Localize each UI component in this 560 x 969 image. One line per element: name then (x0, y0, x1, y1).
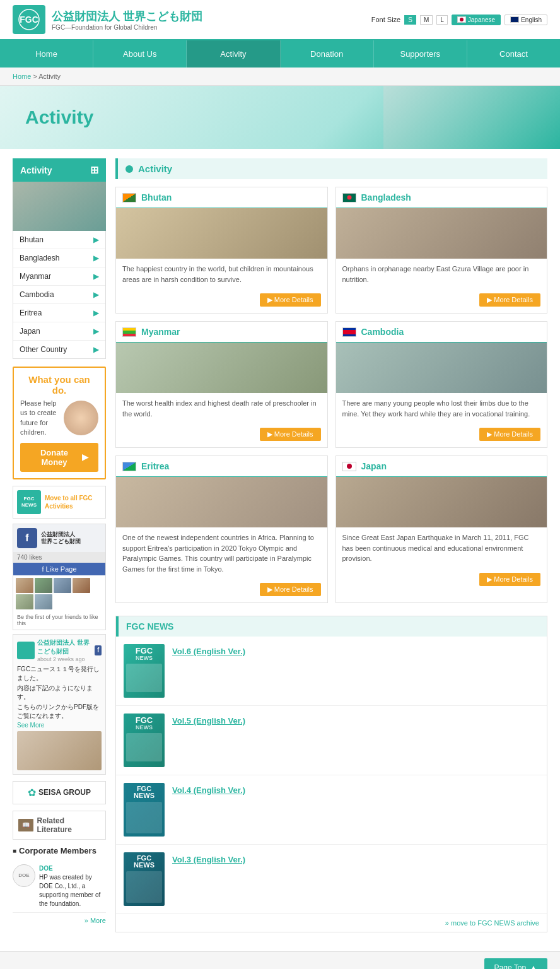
section-dot (125, 165, 133, 173)
card-header-cambodia: Cambodia (336, 322, 547, 343)
flag-jp-icon (457, 16, 466, 23)
main-nav: Home About Us Activity Donation Supporte… (0, 40, 560, 68)
activity-card-cambodia: Cambodia There are many young people who… (335, 321, 548, 448)
sidebar-item-myanmar[interactable]: Myanmar ▶ (13, 267, 105, 286)
fb-post-image (17, 731, 102, 770)
sidebar-item-bhutan[interactable]: Bhutan ▶ (13, 231, 105, 249)
sidebar-item-cambodia[interactable]: Cambodia ▶ (13, 286, 105, 304)
main-content: Activity Bhutan The happiest country in … (115, 158, 547, 942)
font-size-label: Font Size (371, 16, 400, 23)
archive-link[interactable]: » move to FGC NEWS archive (116, 914, 547, 932)
donate-money-button[interactable]: Donate Money ▶ (20, 443, 98, 472)
nav-contact[interactable]: Contact (467, 40, 560, 68)
japan-card-image (336, 477, 547, 527)
facebook-post: 公益財団法人 世界こども財団 about 2 weeks ago f FGCニュ… (13, 634, 106, 775)
activity-card-myanmar: Myanmar The worst health index and highe… (115, 321, 328, 448)
sidebar-item-othercountry[interactable]: Other Country ▶ (13, 341, 105, 358)
arrow-right-icon: ▶ (82, 452, 88, 462)
logo-icon: FGC (13, 5, 45, 34)
breadcrumb-current: Activity (38, 73, 61, 80)
arrow-icon: ▶ (93, 345, 99, 354)
page-top-label: Page Top (494, 963, 527, 969)
cambodia-card-image (336, 343, 547, 393)
card-header-japan: Japan (336, 456, 547, 477)
japan-card-text: Since Great East Japan Earthquake in Mar… (336, 527, 547, 569)
news-cover-vol6: FGC NEWS (124, 644, 165, 698)
nav-supporters[interactable]: Supporters (374, 40, 467, 68)
news-vol3-title[interactable]: Vol.3 (English Ver.) (172, 852, 245, 864)
sidebar-item-eritrea[interactable]: Eritrea ▶ (13, 304, 105, 322)
fgc-news-header: FGC NEWS (116, 616, 547, 637)
fb-like-page-button[interactable]: f Like Page (13, 563, 105, 575)
fb-post-text1: FGCニュース１１号を発行しました。 (17, 665, 102, 683)
sidebar: Activity ⊞ Bhutan ▶ Bangladesh ▶ Myanmar… (13, 158, 106, 942)
japanese-lang-button[interactable]: Japanese (452, 15, 501, 25)
fb-org-name: 公益財団法人世界こども財団 (41, 531, 81, 545)
eritrea-title: Eritrea (141, 461, 169, 471)
bhutan-more-button[interactable]: ▶ More Details (260, 293, 321, 307)
english-lang-button[interactable]: English (505, 15, 547, 25)
what-child-image (64, 401, 98, 435)
sidebar-icon: ⊞ (90, 164, 98, 176)
seisa-banner[interactable]: ✿ SEISA GROUP (13, 781, 106, 804)
fgc-news-section: FGC NEWS FGC NEWS Vol.6 (English Ver.) F… (115, 616, 547, 932)
eritrea-flag (122, 462, 136, 471)
bangladesh-title: Bangladesh (361, 192, 411, 203)
news-vol4-title[interactable]: Vol.4 (English Ver.) (172, 783, 245, 795)
flag-en-icon (510, 16, 519, 23)
activity-card-bangladesh: Bangladesh Orphans in orphanage nearby E… (335, 187, 548, 314)
nav-activity[interactable]: Activity (187, 40, 280, 68)
breadcrumb-separator: > (33, 73, 38, 80)
fb-post-text3: こちらのリンクからPDF版をご覧になれます。 (17, 703, 102, 720)
see-more-link[interactable]: See More (17, 722, 102, 729)
news-item-vol6: FGC NEWS Vol.6 (English Ver.) (116, 637, 547, 706)
sidebar-item-bangladesh[interactable]: Bangladesh ▶ (13, 249, 105, 267)
font-l-button[interactable]: L (436, 15, 448, 25)
font-s-button[interactable]: S (404, 15, 416, 25)
arrow-icon: ▶ (93, 235, 99, 244)
nav-home[interactable]: Home (0, 40, 93, 68)
corp-more-link[interactable]: » More (13, 917, 106, 924)
news-item-vol5: FGC NEWS Vol.5 (English Ver.) (116, 706, 547, 775)
activity-card-japan: Japan Since Great East Japan Earthquake … (335, 455, 548, 603)
fb-post-header: 公益財団法人 世界こども財団 about 2 weeks ago f (17, 638, 102, 662)
sidebar-item-japan[interactable]: Japan ▶ (13, 322, 105, 341)
eritrea-more-button[interactable]: ▶ More Details (260, 583, 321, 596)
fb-post-org-icon (17, 642, 35, 659)
fb-post-text2: 内容は下記のようになります。 (17, 684, 102, 702)
corp-members-title: ■ Corporate Members (13, 846, 106, 855)
sidebar-activity-header: Activity ⊞ (13, 158, 106, 182)
breadcrumb-home[interactable]: Home (13, 73, 31, 80)
bangladesh-card-text: Orphans in orphanage nearby East Gzura V… (336, 259, 547, 290)
card-header-eritrea: Eritrea (116, 456, 327, 477)
header: FGC 公益財団法人 世界こども財団 FGC—Foundation for Gl… (0, 0, 560, 40)
news-vol5-title[interactable]: Vol.5 (English Ver.) (172, 714, 245, 725)
font-m-button[interactable]: M (420, 15, 433, 25)
activity-grid: Bhutan The happiest country in the world… (115, 187, 547, 603)
book-icon: 📖 (18, 819, 33, 831)
bangladesh-flag (342, 193, 356, 203)
related-lit-text: Related Literature (37, 816, 100, 834)
related-literature[interactable]: 📖 Related Literature (13, 811, 106, 840)
seisa-logo: ✿ SEISA GROUP (18, 787, 100, 799)
bangladesh-card-image (336, 208, 547, 259)
fgc-news-banner[interactable]: FGCNEWS Move to all FGC Activities (13, 486, 106, 519)
japanese-label: Japanese (468, 16, 495, 23)
eritrea-card-image (116, 477, 327, 527)
japan-more-button[interactable]: ▶ More Details (479, 573, 540, 586)
cambodia-more-button[interactable]: ▶ More Details (479, 428, 540, 441)
news-vol6-title[interactable]: Vol.6 (English Ver.) (172, 644, 245, 656)
nav-about[interactable]: About Us (93, 40, 187, 68)
corporate-members-section: ■ Corporate Members DOE DOE HP was creat… (13, 846, 106, 924)
page-top-button[interactable]: Page Top ▲ (484, 958, 547, 969)
myanmar-more-button[interactable]: ▶ More Details (260, 428, 321, 441)
fb-post-org-name: 公益財団法人 世界こども財団 (37, 638, 92, 656)
nav-donation[interactable]: Donation (281, 40, 374, 68)
corp-info: DOE HP was created by DOE Co., Ltd., a s… (39, 864, 106, 908)
bangladesh-more-button[interactable]: ▶ More Details (479, 293, 540, 307)
card-header-bhutan: Bhutan (116, 187, 327, 208)
what-you-can-do-box: What you can do. Please help us to creat… (13, 367, 106, 479)
news-cover-vol4: FGC NEWS (124, 783, 165, 837)
bhutan-title: Bhutan (141, 192, 172, 203)
sidebar-activity-image (13, 182, 106, 231)
